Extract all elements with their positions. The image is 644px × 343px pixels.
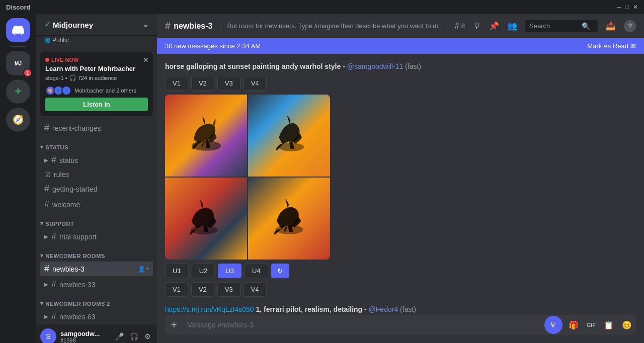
user-area: S samgoodw... #1598 🎤 🎧 ⚙ (36, 324, 157, 343)
members-list-btn[interactable]: 👥 (507, 21, 517, 31)
server-header[interactable]: ✓ Midjourney ⌄ (36, 14, 157, 36)
horse-image-4[interactable] (248, 178, 330, 260)
channel-header: # newbies-3 Bot room for new users. Type… (157, 14, 644, 38)
maximize-btn[interactable]: □ (625, 4, 629, 11)
channel-item-newbies-3[interactable]: # newbies-3 👤+ (40, 262, 153, 276)
category-support[interactable]: ▾ SUPPORT (36, 212, 157, 229)
discord-home-icon[interactable] (6, 18, 30, 42)
v1-btn-top[interactable]: V1 (165, 76, 188, 91)
sticker-btn[interactable]: 📋 (602, 318, 616, 332)
channel-item-status[interactable]: ▶ # status (40, 153, 153, 167)
mention-tag-2: @Fedor4 (369, 305, 398, 313)
gift-btn[interactable]: 🎁 (567, 318, 581, 332)
v2-btn-top[interactable]: V2 (191, 76, 214, 91)
horse-image-3[interactable] (165, 178, 247, 260)
user-tag: #1598 (60, 337, 109, 344)
user-controls: 🎤 🎧 ⚙ (113, 331, 153, 341)
v3-btn-top[interactable]: V3 (217, 76, 240, 91)
add-server-icon[interactable]: + (6, 79, 30, 104)
message-group-2: https://s.mj.run/vKqLzI4s050 1, ferrari … (165, 305, 636, 315)
v1-btn-bottom[interactable]: V1 (165, 282, 188, 297)
horse-image-2[interactable] (248, 95, 330, 177)
live-now-close-btn[interactable]: ✕ (143, 56, 149, 64)
horse-image-1[interactable] (165, 95, 247, 177)
channel-hash-prefix: # (165, 20, 171, 32)
v4-btn-bottom[interactable]: V4 (244, 282, 267, 297)
channel-item-welcome[interactable]: # welcome (40, 197, 153, 212)
channel-header-name: # newbies-3 (165, 20, 212, 32)
search-bar[interactable]: 🔍 (525, 20, 598, 32)
channel-item-rules[interactable]: ☑ rules (40, 168, 153, 181)
settings-control-btn[interactable]: ⚙ (142, 331, 153, 341)
mark-as-read-button[interactable]: Mark As Read ✉ (587, 42, 636, 50)
minimize-btn[interactable]: ─ (617, 4, 621, 11)
v2-btn-bottom[interactable]: V2 (191, 282, 214, 297)
inbox-btn[interactable]: 📥 (606, 21, 616, 31)
hash-icon: # (51, 311, 56, 322)
live-now-banner: LIVE NOW ✕ Learn with Peter Mohrbacher s… (40, 52, 153, 116)
channel-item-trial-support[interactable]: ▶ # trial-support (40, 229, 153, 244)
new-messages-text: 30 new messages since 2:34 AM (165, 42, 261, 50)
category-status[interactable]: ▾ STATUS (36, 136, 157, 152)
v4-btn-top[interactable]: V4 (244, 76, 267, 91)
hash-icon: # (44, 264, 49, 274)
user-info: samgoodw... #1598 (60, 330, 109, 344)
hash-icon: # (51, 231, 56, 242)
u3-btn[interactable]: U3 (218, 264, 242, 278)
message-group-1: horse galloping at sunset painting andy … (165, 62, 636, 297)
add-attachment-btn[interactable]: + (167, 315, 181, 335)
live-now-title: Learn with Peter Mohrbacher (45, 65, 148, 72)
image-grid (165, 95, 330, 260)
server-expand-icon: ⌄ (142, 20, 149, 29)
variation-buttons-top: V1 V2 V3 V4 (165, 76, 636, 91)
channel-item-newbies-33[interactable]: ▶ # newbies-33 (40, 277, 153, 292)
channel-item-recent-changes[interactable]: # recent-changes (40, 121, 153, 135)
headset-control-btn[interactable]: 🎧 (128, 331, 140, 341)
hash-icon: # (44, 199, 49, 210)
message-link[interactable]: https://s.mj.run/vKqLzI4s050 (165, 305, 254, 313)
mic-control-btn[interactable]: 🎤 (113, 331, 126, 341)
channel-description: Bot room for new users. Type /imagine th… (220, 22, 448, 30)
speed-tag: (fast) (405, 62, 421, 70)
pin-header-btn[interactable]: 📌 (489, 21, 499, 31)
emoji-btn[interactable]: 😊 (620, 318, 634, 332)
refresh-btn[interactable]: ↻ (271, 264, 289, 278)
variation-buttons-bottom: V1 V2 V3 V4 (165, 282, 636, 297)
live-now-meta: stage-1 • 🎧 724 in audience (45, 74, 148, 81)
hash-icon: # (51, 155, 56, 165)
midjourney-server-icon[interactable]: MJ 1 (6, 51, 30, 75)
v3-btn-bottom[interactable]: V3 (217, 282, 240, 297)
server-list: MJ 1 + 🧭 (0, 14, 36, 343)
close-btn[interactable]: ✕ (633, 4, 638, 11)
members-icon[interactable]: # 8 (455, 22, 465, 31)
channel-sidebar: ✓ Midjourney ⌄ 🌐 Public LIVE NOW ✕ Learn… (36, 14, 157, 343)
prompt-text: horse galloping at sunset painting andy … (165, 62, 341, 70)
u1-btn[interactable]: U1 (165, 264, 189, 278)
add-member-icon: 👤+ (138, 266, 149, 273)
u4-btn[interactable]: U4 (245, 264, 268, 278)
hash-icon: # (44, 184, 49, 194)
explore-servers-icon[interactable]: 🧭 (6, 108, 30, 132)
input-actions: 🎙 🎁 GIF 📋 😊 (544, 316, 634, 334)
messages-area: horse galloping at sunset painting andy … (157, 54, 644, 315)
search-input[interactable] (529, 22, 580, 30)
category-expand-arrow: ▾ (40, 252, 44, 259)
search-icon: 🔍 (582, 22, 590, 30)
user-avatar: S (40, 328, 56, 343)
u2-btn[interactable]: U2 (192, 264, 215, 278)
microphone-header-btn[interactable]: 🎙 (473, 22, 481, 31)
help-btn[interactable]: ? (624, 20, 636, 32)
hash-icon: # (51, 279, 56, 290)
message-input[interactable] (185, 315, 540, 335)
category-newcomer-rooms[interactable]: ▾ NEWCOMER ROOMS (36, 244, 157, 261)
category-newcomer-rooms-2[interactable]: ▾ NEWCOMER ROOMS 2 (36, 292, 157, 309)
channel-item-newbies-63[interactable]: ▶ # newbies-63 (40, 309, 153, 324)
mic-active-btn[interactable]: 🎙 (544, 316, 562, 334)
listen-in-button[interactable]: Listen In (45, 98, 148, 111)
speed-tag-2: (fast) (400, 305, 416, 313)
gif-btn[interactable]: GIF (585, 320, 598, 330)
hash-members-icon: # (455, 22, 459, 31)
category-expand-arrow: ▾ (40, 220, 44, 227)
mark-read-icon: ✉ (630, 42, 636, 50)
channel-item-getting-started[interactable]: # getting-started (40, 182, 153, 196)
